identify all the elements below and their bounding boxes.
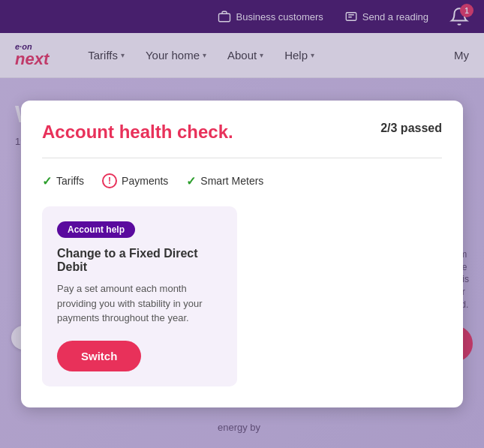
check-smart-meters: ✓ Smart Meters [186, 174, 263, 188]
modal-passed: 2/3 passed [380, 122, 442, 135]
account-health-modal: Account health check. 2/3 passed ✓ Tarif… [21, 101, 463, 407]
card-title: Change to a Fixed Direct Debit [57, 247, 222, 274]
check-payments-label: Payments [122, 175, 168, 187]
check-pass-icon: ✓ [42, 174, 52, 188]
check-pass-icon: ✓ [186, 174, 196, 188]
check-tariffs-label: Tariffs [56, 175, 84, 187]
modal-divider [42, 158, 442, 158]
check-smart-meters-label: Smart Meters [200, 175, 263, 187]
check-tariffs: ✓ Tariffs [42, 174, 84, 188]
check-payments: ! Payments [102, 173, 168, 188]
switch-button[interactable]: Switch [57, 341, 141, 371]
modal-checks: ✓ Tariffs ! Payments ✓ Smart Meters [42, 173, 442, 188]
modal-header: Account health check. 2/3 passed [42, 122, 442, 143]
modal-title: Account health check. [42, 122, 233, 143]
check-warning-icon: ! [102, 173, 117, 188]
card-description: Pay a set amount each month providing yo… [57, 281, 222, 326]
account-help-card: Account help Change to a Fixed Direct De… [42, 206, 237, 386]
card-tag: Account help [57, 221, 135, 238]
